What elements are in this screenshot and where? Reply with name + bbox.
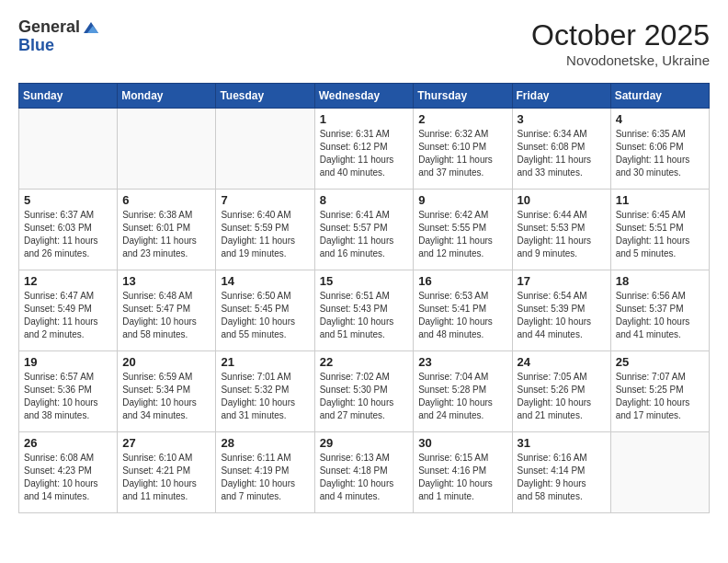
day-number: 31 xyxy=(518,436,606,450)
calendar-cell: 16Sunrise: 6:53 AM Sunset: 5:41 PM Dayli… xyxy=(414,270,512,351)
calendar-cell: 18Sunrise: 6:56 AM Sunset: 5:37 PM Dayli… xyxy=(610,270,709,351)
day-number: 30 xyxy=(418,436,506,450)
calendar-cell: 5Sunrise: 6:37 AM Sunset: 6:03 PM Daylig… xyxy=(19,190,118,270)
day-number: 17 xyxy=(518,274,606,288)
day-info: Sunrise: 6:57 AM Sunset: 5:36 PM Dayligh… xyxy=(24,371,112,422)
location-title: Novodonetske, Ukraine xyxy=(531,52,710,68)
day-number: 9 xyxy=(418,193,506,207)
header-thursday: Thursday xyxy=(414,84,512,109)
logo-general: General xyxy=(18,18,80,37)
day-info: Sunrise: 6:42 AM Sunset: 5:55 PM Dayligh… xyxy=(418,209,506,260)
calendar-cell: 14Sunrise: 6:50 AM Sunset: 5:45 PM Dayli… xyxy=(216,270,314,351)
day-number: 12 xyxy=(24,274,112,288)
day-number: 15 xyxy=(320,274,409,288)
day-number: 1 xyxy=(320,112,409,126)
calendar-cell: 22Sunrise: 7:02 AM Sunset: 5:30 PM Dayli… xyxy=(314,351,414,432)
day-info: Sunrise: 6:59 AM Sunset: 5:34 PM Dayligh… xyxy=(122,371,210,422)
calendar-cell: 1Sunrise: 6:31 AM Sunset: 6:12 PM Daylig… xyxy=(314,109,414,190)
calendar-cell: 12Sunrise: 6:47 AM Sunset: 5:49 PM Dayli… xyxy=(19,270,118,351)
day-info: Sunrise: 6:48 AM Sunset: 5:47 PM Dayligh… xyxy=(122,290,210,341)
day-number: 7 xyxy=(221,193,309,207)
weekday-header-row: Sunday Monday Tuesday Wednesday Thursday… xyxy=(19,84,710,109)
day-info: Sunrise: 6:10 AM Sunset: 4:21 PM Dayligh… xyxy=(122,452,210,503)
day-info: Sunrise: 7:04 AM Sunset: 5:28 PM Dayligh… xyxy=(418,371,506,422)
day-number: 19 xyxy=(24,355,112,369)
page-header: General Blue October 2025 Novodonetske, … xyxy=(18,18,710,68)
day-info: Sunrise: 6:11 AM Sunset: 4:19 PM Dayligh… xyxy=(221,452,309,503)
week-row-2: 12Sunrise: 6:47 AM Sunset: 5:49 PM Dayli… xyxy=(19,270,710,351)
calendar-cell: 19Sunrise: 6:57 AM Sunset: 5:36 PM Dayli… xyxy=(19,351,118,432)
calendar-cell: 28Sunrise: 6:11 AM Sunset: 4:19 PM Dayli… xyxy=(216,432,314,513)
calendar-cell: 4Sunrise: 6:35 AM Sunset: 6:06 PM Daylig… xyxy=(610,109,709,190)
day-info: Sunrise: 6:47 AM Sunset: 5:49 PM Dayligh… xyxy=(24,290,112,341)
day-info: Sunrise: 6:54 AM Sunset: 5:39 PM Dayligh… xyxy=(518,290,606,341)
day-number: 21 xyxy=(221,355,309,369)
day-info: Sunrise: 6:50 AM Sunset: 5:45 PM Dayligh… xyxy=(221,290,309,341)
calendar-cell: 21Sunrise: 7:01 AM Sunset: 5:32 PM Dayli… xyxy=(216,351,314,432)
day-number: 4 xyxy=(616,112,704,126)
calendar-cell: 20Sunrise: 6:59 AM Sunset: 5:34 PM Dayli… xyxy=(118,351,216,432)
calendar-cell xyxy=(118,109,216,190)
day-number: 13 xyxy=(122,274,210,288)
day-info: Sunrise: 6:31 AM Sunset: 6:12 PM Dayligh… xyxy=(320,128,409,179)
day-info: Sunrise: 6:08 AM Sunset: 4:23 PM Dayligh… xyxy=(24,452,112,503)
day-number: 6 xyxy=(122,193,210,207)
day-number: 3 xyxy=(518,112,606,126)
day-info: Sunrise: 7:05 AM Sunset: 5:26 PM Dayligh… xyxy=(518,371,606,422)
calendar-cell: 3Sunrise: 6:34 AM Sunset: 6:08 PM Daylig… xyxy=(512,109,610,190)
day-info: Sunrise: 6:16 AM Sunset: 4:14 PM Dayligh… xyxy=(518,452,606,503)
day-info: Sunrise: 6:44 AM Sunset: 5:53 PM Dayligh… xyxy=(518,209,606,260)
day-info: Sunrise: 6:32 AM Sunset: 6:10 PM Dayligh… xyxy=(418,128,506,179)
title-block: October 2025 Novodonetske, Ukraine xyxy=(531,18,710,68)
calendar-cell: 9Sunrise: 6:42 AM Sunset: 5:55 PM Daylig… xyxy=(414,190,512,270)
calendar-cell: 23Sunrise: 7:04 AM Sunset: 5:28 PM Dayli… xyxy=(414,351,512,432)
day-info: Sunrise: 6:37 AM Sunset: 6:03 PM Dayligh… xyxy=(24,209,112,260)
calendar-cell: 25Sunrise: 7:07 AM Sunset: 5:25 PM Dayli… xyxy=(610,351,709,432)
calendar-cell: 10Sunrise: 6:44 AM Sunset: 5:53 PM Dayli… xyxy=(512,190,610,270)
day-info: Sunrise: 7:07 AM Sunset: 5:25 PM Dayligh… xyxy=(616,371,704,422)
day-info: Sunrise: 6:34 AM Sunset: 6:08 PM Dayligh… xyxy=(518,128,606,179)
logo: General Blue xyxy=(18,18,98,55)
calendar-cell: 7Sunrise: 6:40 AM Sunset: 5:59 PM Daylig… xyxy=(216,190,314,270)
calendar-cell: 15Sunrise: 6:51 AM Sunset: 5:43 PM Dayli… xyxy=(314,270,414,351)
day-number: 26 xyxy=(24,436,112,450)
calendar-cell: 6Sunrise: 6:38 AM Sunset: 6:01 PM Daylig… xyxy=(118,190,216,270)
calendar-cell xyxy=(610,432,709,513)
day-info: Sunrise: 6:38 AM Sunset: 6:01 PM Dayligh… xyxy=(122,209,210,260)
calendar-cell: 13Sunrise: 6:48 AM Sunset: 5:47 PM Dayli… xyxy=(118,270,216,351)
day-info: Sunrise: 6:56 AM Sunset: 5:37 PM Dayligh… xyxy=(616,290,704,341)
day-number: 23 xyxy=(418,355,506,369)
day-number: 5 xyxy=(24,193,112,207)
day-number: 27 xyxy=(122,436,210,450)
day-number: 20 xyxy=(122,355,210,369)
week-row-1: 5Sunrise: 6:37 AM Sunset: 6:03 PM Daylig… xyxy=(19,190,710,270)
day-info: Sunrise: 7:02 AM Sunset: 5:30 PM Dayligh… xyxy=(320,371,409,422)
day-info: Sunrise: 6:35 AM Sunset: 6:06 PM Dayligh… xyxy=(616,128,704,179)
day-number: 16 xyxy=(418,274,506,288)
month-title: October 2025 xyxy=(531,18,710,52)
calendar-cell: 31Sunrise: 6:16 AM Sunset: 4:14 PM Dayli… xyxy=(512,432,610,513)
header-sunday: Sunday xyxy=(19,84,118,109)
day-info: Sunrise: 6:45 AM Sunset: 5:51 PM Dayligh… xyxy=(616,209,704,260)
day-number: 2 xyxy=(418,112,506,126)
header-wednesday: Wednesday xyxy=(314,84,414,109)
day-number: 25 xyxy=(616,355,704,369)
day-info: Sunrise: 6:40 AM Sunset: 5:59 PM Dayligh… xyxy=(221,209,309,260)
header-saturday: Saturday xyxy=(610,84,709,109)
day-number: 8 xyxy=(320,193,409,207)
day-number: 11 xyxy=(616,193,704,207)
logo-blue: Blue xyxy=(18,37,98,55)
day-info: Sunrise: 6:13 AM Sunset: 4:18 PM Dayligh… xyxy=(320,452,409,503)
calendar-cell: 27Sunrise: 6:10 AM Sunset: 4:21 PM Dayli… xyxy=(118,432,216,513)
day-number: 28 xyxy=(221,436,309,450)
day-info: Sunrise: 6:51 AM Sunset: 5:43 PM Dayligh… xyxy=(320,290,409,341)
day-number: 14 xyxy=(221,274,309,288)
calendar-cell: 29Sunrise: 6:13 AM Sunset: 4:18 PM Dayli… xyxy=(314,432,414,513)
calendar-cell: 26Sunrise: 6:08 AM Sunset: 4:23 PM Dayli… xyxy=(19,432,118,513)
day-number: 24 xyxy=(518,355,606,369)
calendar-table: Sunday Monday Tuesday Wednesday Thursday… xyxy=(18,83,710,513)
week-row-4: 26Sunrise: 6:08 AM Sunset: 4:23 PM Dayli… xyxy=(19,432,710,513)
week-row-3: 19Sunrise: 6:57 AM Sunset: 5:36 PM Dayli… xyxy=(19,351,710,432)
calendar-cell: 24Sunrise: 7:05 AM Sunset: 5:26 PM Dayli… xyxy=(512,351,610,432)
day-info: Sunrise: 6:15 AM Sunset: 4:16 PM Dayligh… xyxy=(418,452,506,503)
